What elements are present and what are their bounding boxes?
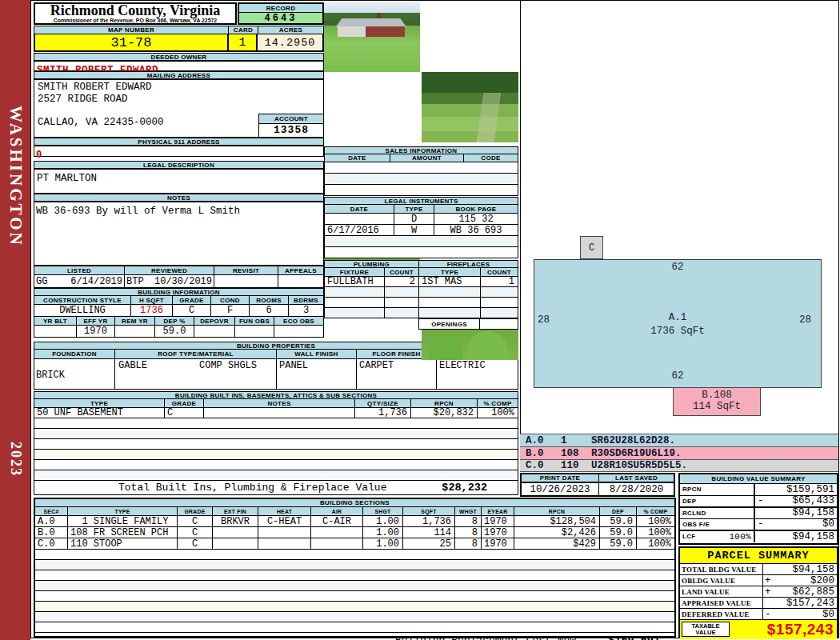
bs-heat — [258, 538, 311, 549]
fuel-type-value: ELECTRIC — [437, 359, 518, 389]
foundation-text: BRICK — [34, 359, 65, 381]
sketch-c-label: C — [589, 242, 594, 254]
bs-heat: C-HEAT — [258, 516, 311, 526]
mailing-line-2: 2527 RIDGE ROAD — [38, 94, 128, 105]
sales-information-title: SALES INFORMATION — [324, 146, 518, 154]
effyr-label: EFF YR — [77, 317, 115, 325]
yrblt-label: YR BLT — [34, 317, 77, 325]
depovr-label: DEPOVR — [194, 317, 235, 325]
property-photo-front[interactable] — [324, 2, 420, 72]
bvs-label: DEP — [682, 498, 696, 505]
bdrms-value: 3 — [289, 305, 323, 316]
bs-h-extfin: EXT FIN — [213, 507, 258, 515]
listed-date: 6/14/2019 — [70, 276, 122, 287]
legal-description-header: LEGAL DESCRIPTION — [34, 161, 324, 169]
sketch-legend-row-a: A.0 1 SR62U28L62D28. — [520, 434, 838, 446]
appeals-value — [278, 275, 323, 287]
bvs-title: BUILDING VALUE SUMMARY — [680, 474, 837, 484]
li-date-value — [325, 214, 394, 224]
building-sections-footer: Building Replacement Cost New $159,591 — [35, 633, 674, 640]
built-ins-empty-row — [34, 460, 518, 470]
listed-label: LISTED — [34, 266, 125, 274]
sketch-dim-top: 62 — [534, 262, 822, 273]
print-info-values: 10/26/2023 8/28/2020 — [520, 483, 675, 497]
dep-pct-value: 59.0 — [155, 326, 194, 337]
parcel-summary-title: PARCEL SUMMARY — [680, 548, 837, 564]
bs-grade: C — [178, 538, 213, 549]
building-sections-header: SEC# TYPE GRADE EXT FIN HEAT AIR SHGT SQ… — [35, 507, 674, 516]
fireplaces-label: FIREPLACES — [419, 261, 518, 267]
building-properties-values: BRICK GABLE COMP SHGLS PANEL CARPET ELEC… — [34, 359, 518, 390]
fireplace-type-label: TYPE — [419, 268, 481, 276]
taxable-value-row: TAXABLE VALUE $157,243 — [680, 620, 837, 639]
legal-instruments-label: LEGAL INSTRUMENTS — [325, 198, 518, 204]
bs-shgt: 1.00 — [363, 516, 403, 526]
bvs-row-rpcn: RPCN $159,591 — [680, 484, 837, 496]
bi-type-value: 50 UNF BASEMENT — [34, 408, 165, 418]
bs-shgt: 1.00 — [363, 538, 403, 549]
li-date-value: 6/17/2016 — [325, 225, 394, 235]
ps-row-land: LAND VALUE +$62,885 — [680, 586, 837, 598]
sales-date-label: DATE — [325, 154, 390, 162]
bvs-row-lcf: LCF100% $94,158 — [680, 530, 837, 542]
li-type-value: D — [394, 214, 434, 224]
bs-air — [311, 527, 363, 538]
openings-label: OPENINGS — [418, 318, 480, 330]
deeded-owner-header: DEEDED OWNER — [34, 53, 324, 61]
bi-notes-label: NOTES — [204, 399, 355, 407]
bi-grade-value: C — [165, 408, 204, 418]
ecoobs-value — [274, 326, 323, 337]
bs-h-heat: HEAT — [258, 507, 311, 515]
bs-extfin — [213, 538, 258, 549]
plumbing-fireplaces-title: PLUMBING FIREPLACES — [324, 260, 518, 268]
bs-sec: B.0 — [35, 527, 68, 538]
bvs-value: $94,158 — [792, 507, 834, 518]
roof-type-text: GABLE — [115, 359, 147, 371]
bvs-label: RPCN — [682, 486, 702, 493]
deeded-owner-box: SMITH ROBERT EDWARD — [34, 61, 324, 71]
plumbing-label: PLUMBING — [325, 261, 419, 267]
built-ins-empty-row — [34, 429, 518, 439]
bi-grade-label: GRADE — [165, 399, 204, 407]
ps-label: APPRAISED VALUE — [680, 598, 763, 608]
sales-empty-row — [324, 162, 518, 174]
bs-comp: 100% — [637, 538, 674, 549]
bvs-value: $94,158 — [792, 531, 834, 542]
property-photo-garden[interactable] — [422, 72, 518, 142]
bs-eyear: 1970 — [482, 538, 514, 549]
plumbing-fireplaces-header: FIXTURE COUNT TYPE COUNT — [324, 268, 518, 277]
bs-h-comp: % COMP — [637, 507, 674, 515]
empty-row — [35, 570, 674, 581]
li-type-label: TYPE — [394, 205, 434, 213]
ps-label: OBLDG VALUE — [680, 575, 763, 586]
county-subtitle: Commissioner of the Revenue, PO Box 366,… — [35, 18, 235, 23]
photo-background — [324, 2, 420, 72]
building-information-title: BUILDING INFORMATION — [34, 288, 324, 296]
building-value-summary: BUILDING VALUE SUMMARY RPCN $159,591 DEP… — [678, 473, 838, 545]
effyr-value: 1970 — [77, 326, 115, 337]
legend-sec: A.0 — [520, 435, 561, 446]
bi-type-label: TYPE — [34, 399, 165, 407]
bs-extfin — [213, 527, 258, 538]
bs-type: 1 SINGLE FAMILY — [68, 516, 178, 526]
bi-comp-value: 100% — [478, 408, 518, 418]
wall-finish-value: PANEL — [277, 359, 357, 389]
bvs-value: $159,591 — [786, 484, 834, 495]
physical-address-box: 0 — [34, 146, 324, 157]
built-ins-row: 50 UNF BASEMENT C 1,736 $20,832 100% — [34, 408, 518, 418]
openings-row: OPENINGS — [418, 318, 518, 330]
bs-extfin: BRKVR — [213, 516, 258, 526]
bi-comp-label: % COMP — [478, 399, 518, 407]
last-saved-label: LAST SAVED — [599, 474, 674, 482]
built-ins-header: TYPE GRADE NOTES QTY/SIZE RPCN % COMP — [34, 399, 518, 408]
fireplace-count-value: 1 — [481, 277, 518, 286]
ps-sign: + — [765, 575, 774, 586]
reviewed-label: REVIEWED — [125, 266, 214, 274]
grade-value: C — [173, 305, 211, 316]
sales-amount-label: AMOUNT — [390, 154, 464, 162]
built-ins-empty-row — [34, 439, 518, 450]
legend-code: 1 — [561, 435, 591, 446]
floor-finish-value: CARPET — [357, 359, 437, 389]
bs-h-whgt: WHGT — [455, 507, 482, 515]
li-date-label: DATE — [325, 205, 394, 213]
